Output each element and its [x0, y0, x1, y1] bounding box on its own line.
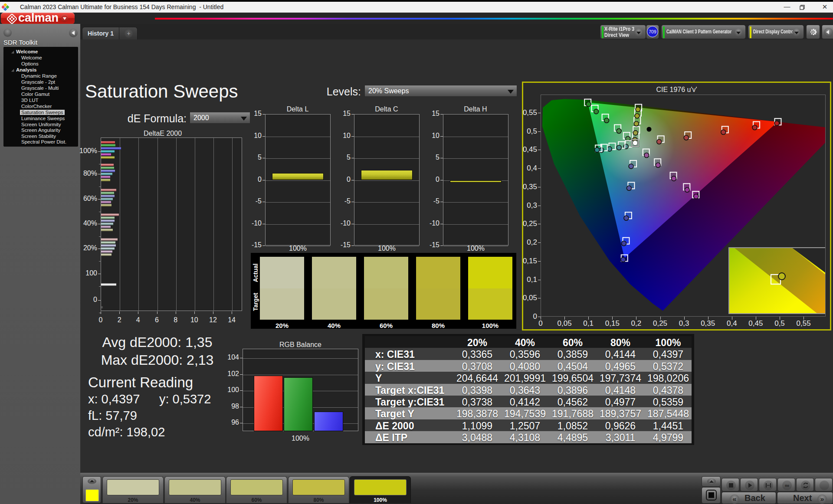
- svg-text:∞: ∞: [785, 482, 789, 489]
